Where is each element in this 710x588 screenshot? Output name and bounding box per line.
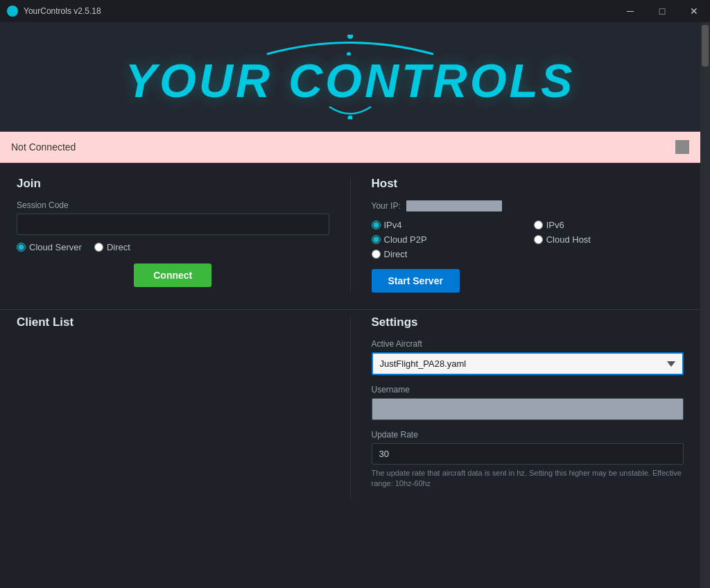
settings-title: Settings [372, 315, 684, 329]
update-rate-help: The update rate that aircraft data is se… [372, 468, 684, 490]
host-radio-grid: IPv4 IPv6 Cloud P2P Cloud Host Direct [372, 220, 684, 259]
cloud-server-radio-label[interactable]: Cloud Server [17, 242, 82, 252]
ipv4-label: IPv4 [384, 220, 402, 230]
bottom-panels: Client List Settings Active Aircraft Jus… [0, 309, 700, 513]
ipv6-radio[interactable] [534, 220, 543, 230]
client-list-panel: Client List [17, 315, 351, 499]
username-field: Username [372, 385, 684, 420]
app-icon [7, 6, 18, 17]
logo-arc [246, 35, 454, 55]
status-bar: Not Connected [0, 132, 700, 163]
status-square [675, 140, 689, 154]
status-text: Not Connected [11, 141, 76, 153]
host-direct-label: Direct [384, 249, 408, 259]
your-ip-label: Your IP: [372, 201, 401, 211]
cloud-p2p-radio[interactable] [372, 235, 381, 244]
scrollbar-track[interactable] [700, 22, 710, 588]
host-direct-radio[interactable] [372, 250, 381, 259]
active-aircraft-label: Active Aircraft [372, 339, 684, 349]
logo-text: YOUR CONTROLS [14, 57, 686, 104]
join-title: Join [17, 177, 329, 191]
ip-row: Your IP: ██████████ [372, 200, 684, 211]
direct-label: Direct [107, 242, 130, 252]
your-ip-value: ██████████ [406, 200, 502, 211]
direct-radio-label[interactable]: Direct [94, 242, 130, 252]
client-list-title: Client List [17, 315, 329, 329]
ipv4-radio-label[interactable]: IPv4 [372, 220, 520, 230]
window-controls: ─ □ ✕ [614, 0, 710, 22]
minimize-button[interactable]: ─ [614, 0, 646, 22]
cloud-p2p-radio-label[interactable]: Cloud P2P [372, 234, 520, 245]
active-aircraft-select[interactable]: JustFlight_PA28.yaml [372, 352, 684, 375]
ipv4-radio[interactable] [372, 220, 381, 230]
update-rate-input[interactable] [372, 443, 684, 465]
logo-section: YOUR CONTROLS [0, 22, 700, 132]
svg-point-0 [347, 35, 353, 39]
titlebar: YourControls v2.5.18 ─ □ ✕ [0, 0, 710, 22]
scrollbar-thumb[interactable] [702, 25, 709, 67]
update-rate-label: Update Rate [372, 430, 684, 440]
join-radio-group: Cloud Server Direct [17, 242, 329, 252]
cloud-host-radio[interactable] [534, 235, 543, 244]
direct-radio[interactable] [94, 243, 103, 252]
username-input[interactable] [372, 398, 684, 420]
maximize-button[interactable]: □ [646, 0, 678, 22]
connect-button[interactable]: Connect [134, 263, 211, 287]
cloud-host-radio-label[interactable]: Cloud Host [534, 234, 684, 245]
session-code-input[interactable] [17, 214, 329, 235]
cloud-server-label: Cloud Server [29, 242, 82, 252]
start-server-button[interactable]: Start Server [372, 269, 460, 293]
cloud-host-label: Cloud Host [546, 234, 591, 245]
logo-bottom-arc [322, 105, 378, 119]
session-code-label: Session Code [17, 200, 329, 210]
host-title: Host [372, 177, 684, 191]
main-content: YOUR CONTROLS Not Connected Join Session… [0, 22, 700, 588]
ipv6-radio-label[interactable]: IPv6 [534, 220, 684, 230]
settings-panel: Settings Active Aircraft JustFlight_PA28… [351, 315, 684, 499]
update-rate-field: Update Rate The update rate that aircraf… [372, 430, 684, 490]
close-button[interactable]: ✕ [678, 0, 710, 22]
host-direct-radio-label[interactable]: Direct [372, 249, 684, 259]
ipv6-label: IPv6 [546, 220, 564, 230]
panels-container: Join Session Code Cloud Server Direct Co… [0, 163, 700, 306]
join-panel: Join Session Code Cloud Server Direct Co… [17, 177, 351, 293]
username-label: Username [372, 385, 684, 395]
cloud-server-radio[interactable] [17, 243, 26, 252]
active-aircraft-field: Active Aircraft JustFlight_PA28.yaml [372, 339, 684, 375]
svg-point-2 [348, 116, 353, 120]
host-panel: Host Your IP: ██████████ IPv4 IPv6 Cloud… [351, 177, 684, 293]
cloud-p2p-label: Cloud P2P [384, 234, 427, 245]
titlebar-title: YourControls v2.5.18 [24, 6, 703, 16]
